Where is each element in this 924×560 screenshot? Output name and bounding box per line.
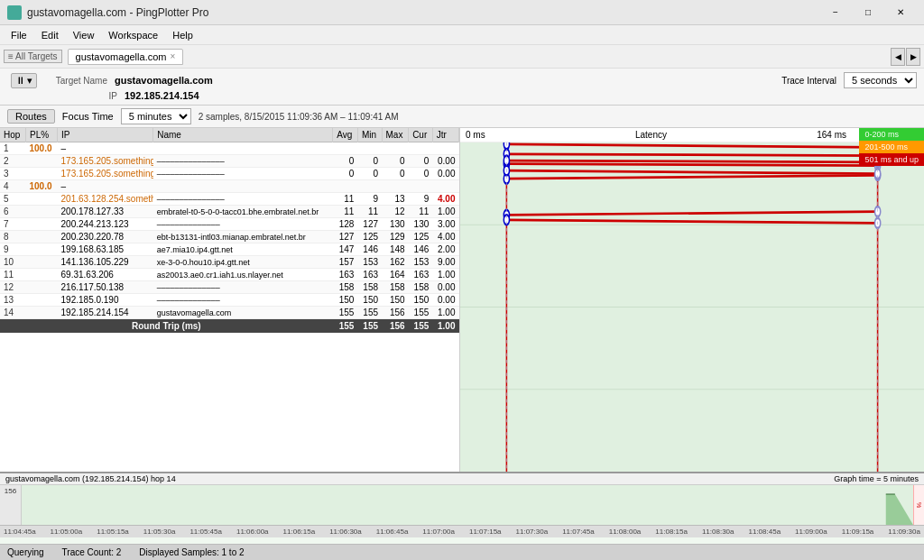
cell-min: [357, 180, 382, 193]
cell-max: 158: [382, 281, 409, 294]
table-row[interactable]: 12 216.117.50.138 –––––––––––––– 158 158…: [0, 281, 459, 294]
total-min: 155: [357, 319, 382, 334]
cell-cur: 130: [409, 218, 433, 231]
cell-cur: 158: [409, 281, 433, 294]
bottom-right-indicator: %: [913, 485, 924, 525]
col-avg[interactable]: Avg: [333, 128, 358, 142]
table-row[interactable]: 8 200.230.220.78 ebt-b13131-intl03.miana…: [0, 231, 459, 243]
cell-max: 12: [382, 206, 409, 218]
routes-button[interactable]: Routes: [7, 109, 55, 124]
routes-row: Routes Focus Time 5 minutes 2 samples, 8…: [0, 106, 924, 128]
cell-min: 163: [357, 269, 382, 281]
bottom-graph-header: gustavomagella.com (192.185.214.154) hop…: [0, 473, 924, 485]
table-row[interactable]: 6 200.178.127.33 embratel-t0-5-0-0-tacc0…: [0, 206, 459, 218]
close-button[interactable]: ✕: [884, 0, 917, 25]
tab-close-icon[interactable]: ×: [170, 51, 175, 61]
table-row[interactable]: 13 192.185.0.190 –––––––––––––– 150 150 …: [0, 294, 459, 307]
cell-jtr: 4.00: [432, 193, 458, 206]
menu-help[interactable]: Help: [165, 28, 200, 42]
cell-max: [382, 180, 409, 193]
col-max[interactable]: Max: [382, 128, 409, 142]
table-row[interactable]: 14 192.185.214.154 gustavomagella.com 15…: [0, 307, 459, 319]
col-name[interactable]: Name: [153, 128, 333, 142]
all-targets-button[interactable]: ≡ All Targets: [4, 50, 62, 63]
cell-jtr: 0.00: [432, 168, 458, 180]
cell-name: as20013.ae0.cr1.iah1.us.nlayer.net: [153, 269, 333, 281]
cell-ip: 141.136.105.229: [58, 256, 153, 269]
table-row[interactable]: 1 100.0 –: [0, 142, 459, 155]
cell-cur: 150: [409, 294, 433, 307]
col-cur[interactable]: Cur: [409, 128, 433, 142]
menu-workspace[interactable]: Workspace: [101, 28, 165, 42]
cell-cur: 0: [409, 168, 433, 180]
menu-file[interactable]: File: [4, 28, 34, 42]
cell-hop: 4: [0, 180, 26, 193]
menu-edit[interactable]: Edit: [34, 28, 66, 42]
cell-min: 9: [357, 193, 382, 206]
cell-ip: 216.117.50.138: [58, 281, 153, 294]
legend-warning: 201-500 ms: [859, 141, 924, 153]
graph-max-ms: 164 ms: [817, 130, 846, 140]
cell-ip: 200.244.213.123: [58, 218, 153, 231]
table-row[interactable]: 10 141.136.105.229 xe-3-0-0.hou10.ip4.gt…: [0, 256, 459, 269]
col-ip[interactable]: IP: [58, 128, 153, 142]
table-row[interactable]: 11 69.31.63.206 as20013.ae0.cr1.iah1.us.…: [0, 269, 459, 281]
cell-hop: 12: [0, 281, 26, 294]
cell-name: [153, 180, 333, 193]
cell-name: –––––––––––––––: [153, 155, 333, 168]
nav-back-button[interactable]: ◀: [891, 48, 905, 66]
cell-max: 130: [382, 218, 409, 231]
table-row[interactable]: 5 201.63.128.254.something –––––––––––––…: [0, 193, 459, 206]
col-pl[interactable]: PL%: [26, 128, 58, 142]
focus-label: Focus Time: [62, 111, 114, 122]
cell-avg: 157: [333, 256, 358, 269]
menu-view[interactable]: View: [66, 28, 102, 42]
bottom-graph-canvas: [22, 485, 913, 525]
cell-min: 0: [357, 168, 382, 180]
cell-cur: 155: [409, 307, 433, 319]
cell-name: ––––––––––––––: [153, 281, 333, 294]
col-min[interactable]: Min: [357, 128, 382, 142]
table-row[interactable]: 2 173.165.205.something ––––––––––––––– …: [0, 155, 459, 168]
cell-cur: 0: [409, 155, 433, 168]
cell-ip: 200.230.220.78: [58, 231, 153, 243]
graph-min-ms: 0 ms: [466, 130, 485, 140]
table-row[interactable]: 4 100.0 –: [0, 180, 459, 193]
nav-forward-button[interactable]: ▶: [906, 48, 920, 66]
minimize-button[interactable]: −: [819, 0, 852, 25]
app-icon: [7, 5, 22, 20]
pause-button[interactable]: ⏸ ▾: [11, 73, 37, 88]
col-hop[interactable]: Hop: [0, 128, 26, 142]
latency-legend: 0-200 ms 201-500 ms 501 ms and up: [859, 128, 924, 166]
cell-min: 146: [357, 243, 382, 256]
cell-max: 0: [382, 168, 409, 180]
table-header: Hop PL% IP Name Avg Min Max Cur Jtr: [0, 128, 459, 142]
cell-ip: 200.178.127.33: [58, 206, 153, 218]
trace-interval-label: Trace Interval: [781, 76, 836, 86]
focus-time-select[interactable]: 5 minutes: [121, 108, 191, 124]
bottom-graph-title: gustavomagella.com (192.185.214.154) hop…: [5, 474, 176, 483]
table-row[interactable]: 9 199.168.63.185 ae7.mia10.ip4.gtt.net 1…: [0, 243, 459, 256]
table-row[interactable]: 3 173.165.205.something2 –––––––––––––––…: [0, 168, 459, 180]
cell-ip: 199.168.63.185: [58, 243, 153, 256]
cell-pl: [26, 206, 58, 218]
active-tab[interactable]: gustavomagella.com ×: [68, 49, 184, 65]
cell-name: ae7.mia10.ip4.gtt.net: [153, 243, 333, 256]
cell-ip: 192.185.214.154: [58, 307, 153, 319]
cell-ip: 192.185.0.190: [58, 294, 153, 307]
cell-ip: –: [58, 180, 153, 193]
total-avg: 155: [333, 319, 358, 334]
ip-value: 192.185.214.154: [125, 90, 199, 101]
cell-pl: [26, 231, 58, 243]
trace-interval-select[interactable]: 5 seconds: [844, 72, 917, 88]
cell-cur: 153: [409, 256, 433, 269]
cell-avg: 11: [333, 206, 358, 218]
target-name-value: gustavomagella.com: [115, 75, 213, 86]
cell-ip: 69.31.63.206: [58, 269, 153, 281]
tab-label: gustavomagella.com: [76, 51, 167, 62]
table-row[interactable]: 7 200.244.213.123 –––––––––––––– 128 127…: [0, 218, 459, 231]
cell-hop: 10: [0, 256, 26, 269]
col-jtr[interactable]: Jtr: [432, 128, 458, 142]
samples-info: 2 samples, 8/15/2015 11:09:36 AM – 11:09…: [199, 112, 399, 122]
maximize-button[interactable]: □: [852, 0, 884, 25]
